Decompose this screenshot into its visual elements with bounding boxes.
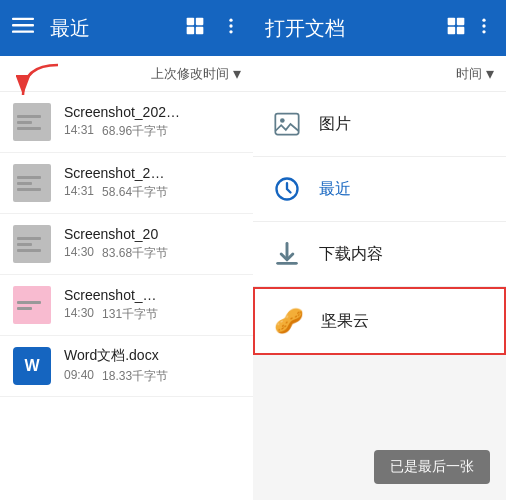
file-meta: 14:31 58.64千字节 — [64, 184, 241, 201]
svg-point-16 — [482, 24, 485, 27]
svg-rect-11 — [448, 17, 456, 25]
file-size: 58.64千字节 — [102, 184, 168, 201]
svg-rect-5 — [196, 17, 204, 25]
svg-point-19 — [280, 118, 285, 123]
file-name: Screenshot_2… — [64, 165, 241, 181]
file-time: 14:30 — [64, 245, 94, 262]
svg-rect-12 — [457, 17, 465, 25]
file-size: 18.33千字节 — [102, 368, 168, 385]
right-grid-view-icon[interactable] — [446, 16, 466, 41]
file-info: Word文档.docx 09:40 18.33千字节 — [64, 347, 241, 385]
images-icon — [269, 106, 305, 142]
right-header: 打开文档 — [253, 0, 506, 56]
svg-rect-13 — [448, 26, 456, 34]
left-header: 最近 — [0, 0, 253, 56]
file-meta: 14:31 68.96千字节 — [64, 123, 241, 140]
file-time: 09:40 — [64, 368, 94, 385]
menu-icon[interactable] — [12, 14, 34, 42]
sort-label: 上次修改时间 — [151, 65, 229, 83]
svg-point-10 — [229, 30, 232, 33]
file-name: Screenshot_… — [64, 287, 241, 303]
list-item[interactable]: Screenshot_20 14:30 83.68千字节 — [0, 214, 253, 275]
file-name: Screenshot_202… — [64, 104, 241, 120]
file-meta: 14:30 83.68千字节 — [64, 245, 241, 262]
file-size: 68.96千字节 — [102, 123, 168, 140]
source-item-jianguoyun[interactable]: 🥜 坚果云 — [253, 287, 506, 355]
arrow-annotation — [8, 60, 68, 114]
right-sort-bar[interactable]: 时间 ▾ — [253, 56, 506, 92]
svg-rect-1 — [12, 18, 34, 20]
svg-rect-18 — [275, 114, 298, 135]
source-name: 坚果云 — [321, 311, 369, 332]
source-item-downloads[interactable]: 下载内容 — [253, 222, 506, 287]
download-icon — [269, 236, 305, 272]
source-item-recent[interactable]: 最近 — [253, 157, 506, 222]
file-thumbnail — [12, 224, 52, 264]
list-item[interactable]: W Word文档.docx 09:40 18.33千字节 — [0, 336, 253, 397]
app-container: 最近 上次修改时间 ▾ — [0, 0, 506, 500]
file-time: 14:31 — [64, 123, 94, 140]
source-name: 下载内容 — [319, 244, 383, 265]
file-name: Screenshot_20 — [64, 226, 241, 242]
more-options-icon[interactable] — [221, 16, 241, 41]
file-list: Screenshot_202… 14:31 68.96千字节 — [0, 92, 253, 500]
file-info: Screenshot_2… 14:31 58.64千字节 — [64, 165, 241, 201]
file-size: 83.68千字节 — [102, 245, 168, 262]
jianguoyun-icon: 🥜 — [271, 303, 307, 339]
file-time: 14:31 — [64, 184, 94, 201]
file-thumbnail: W — [12, 346, 52, 386]
right-sort-label: 时间 — [456, 65, 482, 83]
file-thumbnail — [12, 163, 52, 203]
svg-rect-14 — [457, 26, 465, 34]
svg-rect-4 — [187, 17, 195, 25]
list-item[interactable]: Screenshot_… 14:30 131千字节 — [0, 275, 253, 336]
source-name: 图片 — [319, 114, 351, 135]
svg-point-17 — [482, 30, 485, 33]
sort-chevron-icon[interactable]: ▾ — [233, 64, 241, 83]
file-meta: 09:40 18.33千字节 — [64, 368, 241, 385]
right-panel: 打开文档 时间 ▾ — [253, 0, 506, 500]
file-thumbnail — [12, 285, 52, 325]
file-info: Screenshot_… 14:30 131千字节 — [64, 287, 241, 323]
bottom-button-area: 已是最后一张 — [253, 434, 506, 500]
file-time: 14:30 — [64, 306, 94, 323]
svg-point-9 — [229, 24, 232, 27]
source-name: 最近 — [319, 179, 351, 200]
already-last-button[interactable]: 已是最后一张 — [374, 450, 490, 484]
source-item-images[interactable]: 图片 — [253, 92, 506, 157]
svg-rect-7 — [196, 26, 204, 34]
grid-view-icon[interactable] — [185, 16, 205, 41]
left-panel-title: 最近 — [50, 15, 169, 42]
right-more-options-icon[interactable] — [474, 16, 494, 41]
source-list: 图片 最近 — [253, 92, 506, 434]
file-info: Screenshot_20 14:30 83.68千字节 — [64, 226, 241, 262]
svg-point-8 — [229, 18, 232, 21]
file-info: Screenshot_202… 14:31 68.96千字节 — [64, 104, 241, 140]
file-meta: 14:30 131千字节 — [64, 306, 241, 323]
svg-rect-2 — [12, 24, 34, 26]
svg-rect-6 — [187, 26, 195, 34]
right-sort-chevron-icon[interactable]: ▾ — [486, 64, 494, 83]
recent-icon — [269, 171, 305, 207]
svg-rect-3 — [12, 31, 34, 33]
right-panel-title: 打开文档 — [265, 15, 438, 42]
file-size: 131千字节 — [102, 306, 158, 323]
list-item[interactable]: Screenshot_2… 14:31 58.64千字节 — [0, 153, 253, 214]
file-name: Word文档.docx — [64, 347, 241, 365]
svg-point-15 — [482, 18, 485, 21]
